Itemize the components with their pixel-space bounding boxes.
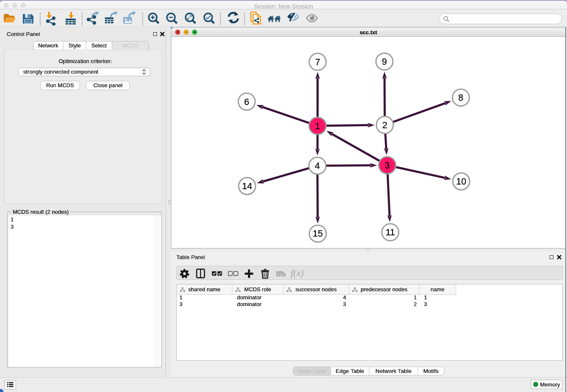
svg-text:3: 3	[385, 160, 390, 171]
svg-text:4: 4	[315, 161, 320, 171]
svg-text:8: 8	[458, 93, 463, 103]
svg-text:2: 2	[382, 120, 387, 130]
svg-text:15: 15	[313, 229, 323, 239]
svg-text:14: 14	[242, 181, 252, 191]
svg-text:11: 11	[385, 227, 395, 237]
svg-text:9: 9	[382, 57, 387, 67]
svg-text:1: 1	[315, 121, 320, 131]
svg-text:7: 7	[315, 57, 320, 67]
svg-text:6: 6	[244, 97, 249, 107]
svg-text:10: 10	[456, 177, 466, 187]
